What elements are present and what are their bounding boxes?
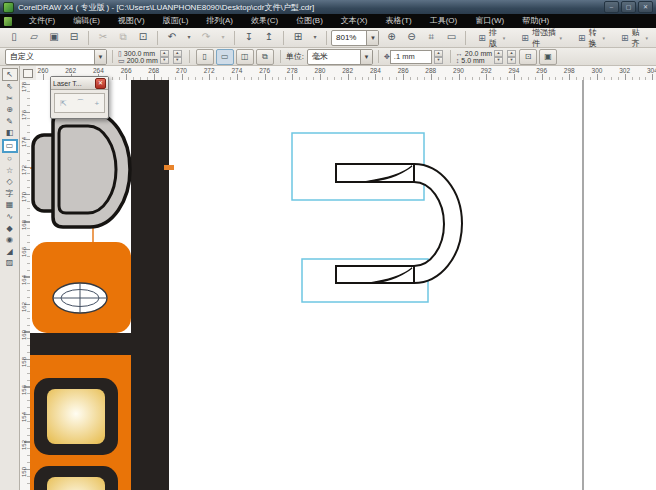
- menu-item[interactable]: 视图(V): [109, 14, 154, 28]
- title-bar: CorelDRAW X4 ( 专业版 ) - [C:\Users\LUANPHO…: [0, 0, 656, 14]
- menu-item[interactable]: 位图(B): [287, 14, 332, 28]
- menu-item[interactable]: 工具(O): [421, 14, 467, 28]
- hruler-label: 276: [255, 67, 275, 74]
- save-button[interactable]: ▣: [45, 29, 63, 46]
- sink-cabinet[interactable]: [32, 242, 131, 333]
- wall-shape[interactable]: [131, 80, 169, 490]
- convert-plugin-button[interactable]: ⊞转换▾: [573, 29, 610, 47]
- units-combo[interactable]: 毫米 ▼: [307, 49, 373, 65]
- menu-item[interactable]: 表格(T): [376, 14, 420, 28]
- menu-item[interactable]: 版面(L): [154, 14, 198, 28]
- laser-tools-floating-toolbar[interactable]: Laser T... ✕ ⇱⌒+: [50, 76, 109, 119]
- cut-button[interactable]: ✂: [94, 29, 112, 46]
- snap-pick-tool[interactable]: ⇱: [60, 99, 67, 108]
- vruler-label: 152: [21, 435, 27, 455]
- minimize-button[interactable]: –: [604, 1, 619, 13]
- maximize-button[interactable]: ▢: [621, 1, 636, 13]
- polygon-tool[interactable]: ☆: [2, 165, 18, 177]
- rectangle-tool[interactable]: ▭: [2, 139, 18, 153]
- duplicate-stepper2[interactable]: ▲▼: [507, 50, 516, 64]
- floating-toolbar-titlebar[interactable]: Laser T... ✕: [51, 77, 108, 90]
- menu-item[interactable]: 文本(X): [332, 14, 377, 28]
- zoom-in-button[interactable]: ⊕: [382, 29, 400, 46]
- interactive-fill-tool[interactable]: ▨: [2, 257, 18, 269]
- export-button[interactable]: ↥: [260, 29, 278, 46]
- snap-add-tool[interactable]: +: [94, 99, 99, 108]
- freehand-tool[interactable]: ✎: [2, 116, 18, 128]
- duplicate-stepper[interactable]: ▲▼: [494, 50, 503, 64]
- outline-tool[interactable]: ◉: [2, 234, 18, 246]
- close-button[interactable]: ✕: [638, 1, 653, 13]
- snap-curve-tool[interactable]: ⌒: [77, 98, 85, 109]
- hruler-label: 260: [33, 67, 53, 74]
- stove-symbol[interactable]: [30, 355, 131, 490]
- window-title: CorelDRAW X4 ( 专业版 ) - [C:\Users\LUANPHO…: [18, 2, 604, 13]
- import-button[interactable]: ↧: [240, 29, 258, 46]
- paper-width-value[interactable]: 300.0 mm: [124, 50, 155, 57]
- new-button[interactable]: ▯: [5, 29, 23, 46]
- layout-plugin-button[interactable]: ⊞排版▾: [473, 29, 510, 47]
- hruler-label: 264: [88, 67, 108, 74]
- text-tool[interactable]: 字: [2, 188, 18, 200]
- chair-symbol[interactable]: [33, 112, 130, 227]
- duplicate-y-value[interactable]: 5.0 mm: [461, 57, 484, 64]
- snap-plugin-button[interactable]: ⊞贴齐▾: [616, 29, 653, 47]
- zoom-tool[interactable]: ⊕: [2, 104, 18, 116]
- zoom-out-button[interactable]: ⊖: [402, 29, 420, 46]
- menu-item[interactable]: 文件(F): [20, 14, 64, 28]
- menu-item[interactable]: 编辑(E): [64, 14, 109, 28]
- zoom-page-button[interactable]: ▭: [442, 29, 460, 46]
- page-preset-value: 自定义: [6, 51, 94, 62]
- copy-button[interactable]: ⧉: [114, 29, 132, 46]
- enhance-plugin-button[interactable]: ⊞增强插件▾: [516, 29, 567, 47]
- close-icon[interactable]: ✕: [95, 78, 106, 89]
- table-tool[interactable]: ▦: [2, 199, 18, 211]
- redo-button[interactable]: ↷: [197, 29, 215, 46]
- undo-button[interactable]: ↶: [163, 29, 181, 46]
- portrait-button[interactable]: ▯: [196, 49, 214, 65]
- units-value: 毫米: [308, 51, 360, 62]
- paste-button[interactable]: ⊡: [134, 29, 152, 46]
- undo-dropdown[interactable]: ▾: [183, 29, 195, 46]
- open-button[interactable]: ▱: [25, 29, 43, 46]
- chevron-down-icon[interactable]: ▼: [94, 50, 106, 64]
- shape-tool[interactable]: ⇖: [2, 81, 18, 93]
- nudge-stepper[interactable]: ▲▼: [434, 50, 443, 64]
- snap-plugin-button-icon: ⊞: [621, 33, 629, 43]
- zoom-level-combo[interactable]: 801% ▼: [331, 30, 379, 46]
- landscape-button[interactable]: ▭: [216, 49, 234, 65]
- chevron-down-icon[interactable]: ▼: [366, 31, 378, 45]
- zoom-selected-button[interactable]: ⌗: [422, 29, 440, 46]
- paper-width-icon: ▯: [118, 50, 122, 57]
- horizontal-ruler[interactable]: 2602622642662682702722742762782802822842…: [36, 66, 656, 81]
- graphic-options-button[interactable]: ▣: [539, 49, 557, 65]
- smart-fill-tool[interactable]: ◧: [2, 127, 18, 139]
- c-shape-object[interactable]: [336, 164, 462, 284]
- ellipse-tool[interactable]: ○: [2, 153, 18, 165]
- app-launcher-button[interactable]: ⊞: [289, 29, 307, 46]
- treat-as-filled-button[interactable]: ⊡: [519, 49, 537, 65]
- menu-item[interactable]: 效果(C): [242, 14, 287, 28]
- nudge-offset-input[interactable]: .1 mm: [390, 50, 432, 64]
- all-pages-button[interactable]: ◫: [236, 49, 254, 65]
- page-preset-combo[interactable]: 自定义 ▼: [5, 49, 107, 65]
- vruler-label: 158: [21, 352, 27, 372]
- chevron-down-icon[interactable]: ▼: [360, 50, 372, 64]
- pick-tool[interactable]: ↖: [2, 68, 18, 81]
- paper-size-stepper2[interactable]: ▲▼: [173, 50, 182, 64]
- redo-dropdown[interactable]: ▾: [217, 29, 229, 46]
- app-launcher-dropdown[interactable]: ▾: [309, 29, 321, 46]
- paper-size-stepper[interactable]: ▲▼: [160, 50, 169, 64]
- drawing-canvas[interactable]: [30, 80, 656, 490]
- hruler-label: 304: [642, 67, 656, 74]
- paper-height-value[interactable]: 200.0 mm: [127, 57, 158, 64]
- print-button[interactable]: ⊟: [65, 29, 83, 46]
- menu-item[interactable]: 排列(A): [197, 14, 242, 28]
- basic-shapes-tool[interactable]: ◇: [2, 176, 18, 188]
- fill-tool[interactable]: ◢: [2, 246, 18, 258]
- crop-tool[interactable]: ✂: [2, 93, 18, 105]
- blend-tool[interactable]: ∿: [2, 211, 18, 223]
- duplicate-x-value[interactable]: 20.0 mm: [465, 50, 492, 57]
- current-page-button[interactable]: ⧉: [256, 49, 274, 65]
- eyedropper-tool[interactable]: ◆: [2, 223, 18, 235]
